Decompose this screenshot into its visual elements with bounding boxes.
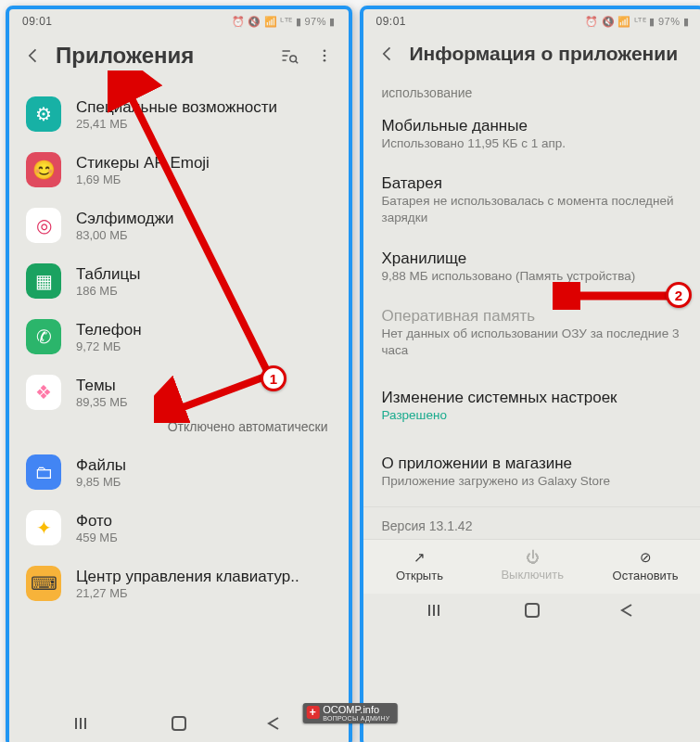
app-name: Стикеры AR Emoji: [76, 154, 210, 173]
stop-label: Остановить: [613, 569, 679, 582]
watermark: OCOMP.info ВОПРОСЫ АДМИНУ: [302, 703, 397, 723]
setting-title: Мобильные данные: [382, 117, 684, 135]
app-size: 9,85 МБ: [76, 475, 126, 489]
app-version: Версия 13.1.42: [363, 506, 701, 539]
signal-icon: ▮: [296, 16, 302, 28]
open-button[interactable]: ↗ Открыть: [363, 540, 477, 594]
home-button[interactable]: [169, 716, 189, 731]
section-label-usage: использование: [363, 82, 701, 108]
svg-point-3: [323, 59, 325, 62]
setting-row[interactable]: О приложении в магазинеПриложение загруж…: [380, 445, 686, 503]
app-row[interactable]: 😊Стикеры AR Emoji1,69 МБ: [19, 141, 339, 197]
open-label: Открыть: [396, 569, 443, 582]
tutorial-screenshot: 09:01 ⏰ 🔇 📶 ᴸᵀᴱ ▮ 97% ▮ Приложения: [6, 6, 700, 742]
apps-list[interactable]: ⚙Специальные возможности25,41 МБ😊Стикеры…: [9, 85, 349, 707]
page-title: Приложения: [56, 43, 267, 69]
app-row[interactable]: 🗀Файлы9,85 МБ: [19, 443, 339, 499]
svg-rect-4: [172, 717, 185, 730]
app-size: 83,00 МБ: [76, 228, 174, 242]
app-name: Файлы: [76, 456, 126, 475]
lte-icon: ᴸᵀᴱ: [280, 16, 293, 28]
recents-button[interactable]: [74, 716, 95, 731]
setting-title: Изменение системных настроек: [382, 389, 684, 407]
svg-point-1: [323, 49, 325, 52]
app-name: Телефон: [76, 321, 142, 339]
app-size: 459 МБ: [76, 531, 118, 544]
setting-title: Хранилище: [382, 249, 684, 268]
page-title: Информация о приложении: [410, 43, 688, 65]
setting-title: Батарея: [382, 174, 684, 193]
more-icon[interactable]: [315, 46, 334, 65]
wifi-icon: 📶: [617, 16, 631, 28]
app-icon: 🗀: [26, 454, 61, 490]
setting-sub: Батарея не использовалась с момента посл…: [382, 193, 684, 226]
setting-row[interactable]: Хранилище9,88 МБ использовано (Память ус…: [380, 240, 686, 298]
alarm-icon: ⏰: [585, 16, 599, 28]
app-icon: ⌨: [26, 566, 61, 601]
status-icons: ⏰ 🔇 📶 ᴸᵀᴱ ▮ 97% ▮: [232, 16, 336, 28]
setting-row[interactable]: Изменение системных настроекРазрешено: [380, 379, 686, 437]
power-icon: ⏻: [526, 549, 540, 565]
app-row[interactable]: ⌨Центр управления клавиатур..21,27 МБ: [19, 555, 339, 610]
app-icon: ✆: [26, 319, 61, 354]
open-icon: ↗: [414, 549, 426, 566]
nav-bar: [363, 594, 701, 631]
battery-percent: 97%: [304, 16, 326, 27]
setting-title: Оперативная память: [382, 307, 684, 326]
app-icon: ✦: [26, 510, 61, 545]
app-row[interactable]: ✆Телефон9,72 МБ: [19, 308, 339, 364]
phone-left: 09:01 ⏰ 🔇 📶 ᴸᵀᴱ ▮ 97% ▮ Приложения: [6, 6, 352, 742]
signal-icon: ▮: [649, 16, 655, 28]
back-button[interactable]: [263, 716, 284, 731]
app-size: 186 МБ: [76, 284, 140, 298]
disable-label: Выключить: [501, 568, 564, 582]
wifi-icon: 📶: [264, 16, 278, 28]
app-row[interactable]: ◎Сэлфимоджи83,00 МБ: [19, 197, 339, 252]
app-size: 89,35 МБ: [76, 395, 128, 409]
filter-search-icon[interactable]: [280, 46, 299, 65]
app-name: Центр управления клавиатур..: [76, 568, 299, 586]
stop-icon: ⊘: [640, 549, 652, 566]
app-row[interactable]: ▦Таблицы186 МБ: [19, 252, 339, 308]
phone-right: 09:01 ⏰ 🔇 📶 ᴸᵀᴱ ▮ 97% ▮ Информация о при…: [360, 6, 701, 742]
app-size: 25,41 МБ: [76, 117, 277, 131]
svg-rect-5: [526, 604, 539, 617]
lte-icon: ᴸᵀᴱ: [634, 16, 647, 28]
watermark-sub: ВОПРОСЫ АДМИНУ: [323, 715, 389, 722]
back-icon[interactable]: [378, 45, 397, 63]
back-button[interactable]: [617, 603, 637, 618]
setting-row[interactable]: Мобильные данныеИспользовано 11,95 КБ с …: [380, 108, 686, 165]
app-icon: 😊: [26, 152, 61, 187]
setting-sub: 9,88 МБ использовано (Память устройства): [382, 268, 684, 285]
battery-icon: ▮: [683, 16, 690, 28]
mute-icon: 🔇: [248, 16, 261, 28]
setting-sub: Разрешено: [382, 407, 684, 424]
app-icon: ❖: [26, 375, 61, 410]
setting-sub: Нет данных об использовании ОЗУ за после…: [382, 326, 684, 359]
setting-row: Оперативная памятьНет данных об использо…: [380, 298, 686, 372]
setting-row[interactable]: БатареяБатарея не использовалась с момен…: [380, 165, 686, 239]
status-bar: 09:01 ⏰ 🔇 📶 ᴸᵀᴱ ▮ 97% ▮: [363, 9, 701, 30]
app-size: 9,72 МБ: [76, 339, 142, 353]
clock: 09:01: [22, 15, 53, 28]
app-row[interactable]: ⚙Специальные возможности25,41 МБ: [19, 85, 339, 141]
sections: Мобильные данныеИспользовано 11,95 КБ с …: [363, 108, 701, 503]
recents-button[interactable]: [427, 603, 448, 618]
disable-button[interactable]: ⏻ Выключить: [476, 540, 589, 594]
back-icon[interactable]: [24, 46, 43, 65]
app-icon: ⚙: [26, 96, 61, 132]
stop-button[interactable]: ⊘ Остановить: [589, 540, 700, 594]
header: Информация о приложении: [363, 30, 701, 82]
app-name: Таблицы: [76, 265, 140, 284]
status-icons: ⏰ 🔇 📶 ᴸᵀᴱ ▮ 97% ▮: [585, 16, 689, 28]
app-row[interactable]: ✦Фото459 МБ: [19, 499, 339, 555]
home-button[interactable]: [522, 603, 542, 618]
app-icon: ▦: [26, 263, 61, 299]
setting-title: О приложении в магазине: [382, 454, 684, 473]
app-size: 21,27 МБ: [76, 586, 299, 600]
app-name: Специальные возможности: [76, 98, 277, 117]
app-row[interactable]: ❖Темы89,35 МБ: [19, 364, 339, 419]
svg-point-0: [289, 56, 296, 62]
app-name: Фото: [76, 512, 118, 531]
watermark-text: OCOMP.info: [323, 705, 389, 715]
